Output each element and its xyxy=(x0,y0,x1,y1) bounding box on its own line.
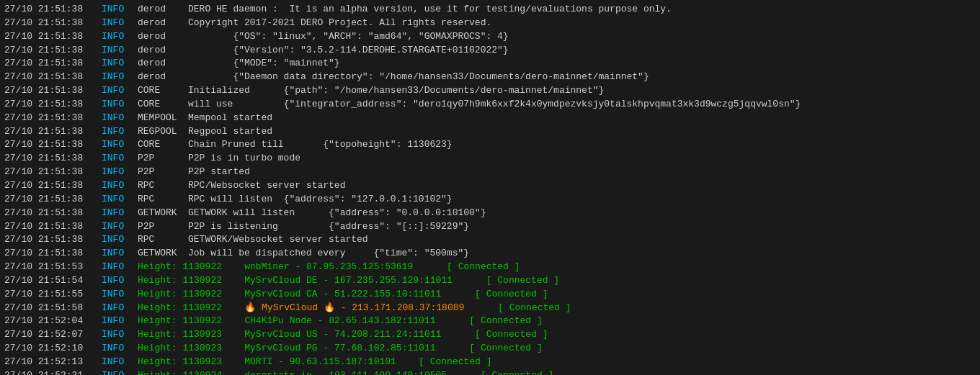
log-level: INFO xyxy=(102,138,138,152)
log-level: INFO xyxy=(102,220,138,234)
log-level: INFO xyxy=(102,261,138,274)
log-level: INFO xyxy=(102,288,138,302)
log-level: INFO xyxy=(102,356,138,369)
log-line: 27/10 21:51:38 INFO GETWORK Job will be … xyxy=(4,247,976,261)
log-timestamp: 27/10 21:51:38 xyxy=(4,84,102,98)
log-node-name: derostats.io - 193.111.199.140:10505 xyxy=(244,370,447,375)
log-timestamp: 27/10 21:51:55 xyxy=(4,288,102,302)
log-timestamp: 27/10 21:51:38 xyxy=(4,98,102,112)
log-level: INFO xyxy=(102,152,138,166)
log-timestamp: 27/10 21:51:38 xyxy=(4,57,102,71)
log-line: 27/10 21:51:38 INFO derod {"Version": "3… xyxy=(4,44,976,58)
log-message-colored: Height: 1130922 CH4K1Pu Node - 82.65.143… xyxy=(138,315,543,328)
log-connected: [ Connected ] xyxy=(464,302,571,313)
log-module: RPC xyxy=(138,233,188,247)
log-level: INFO xyxy=(102,302,138,315)
log-timestamp: 27/10 21:51:38 xyxy=(4,17,102,30)
log-message: Job will be dispatched every {"time": "5… xyxy=(188,247,469,261)
log-level: INFO xyxy=(102,17,138,30)
log-height: Height: 1130923 xyxy=(138,356,244,367)
log-module: P2P xyxy=(138,166,188,179)
log-module: CORE xyxy=(138,98,188,112)
log-module: derod xyxy=(138,57,188,71)
log-message-colored: Height: 1130922 🔥 MySrvCloud 🔥 - 213.171… xyxy=(138,302,571,315)
log-height: Height: 1130924 xyxy=(138,370,244,375)
log-line: 27/10 21:51:38 INFO RPC RPC/Websocket se… xyxy=(4,179,976,193)
log-level: INFO xyxy=(102,274,138,288)
log-level: INFO xyxy=(102,71,138,84)
log-line: 27/10 21:52:10 INFO Height: 1130923 MySr… xyxy=(4,342,976,356)
log-module: RPC xyxy=(138,179,188,193)
log-height: Height: 1130922 xyxy=(138,275,244,286)
log-line: 27/10 21:51:38 INFO derod {"Daemon data … xyxy=(4,71,976,84)
log-message: {"Daemon data directory": "/home/hansen3… xyxy=(188,71,649,84)
log-message: Mempool started xyxy=(188,112,272,125)
log-line: 27/10 21:51:38 INFO CORE Chain Pruned ti… xyxy=(4,138,976,152)
log-line: 27/10 21:51:38 INFO derod Copyright 2017… xyxy=(4,17,976,30)
log-line: 27/10 21:51:38 INFO derod {"OS": "linux"… xyxy=(4,30,976,44)
log-message-colored: Height: 1130923 MySrvCloud US - 74.208.2… xyxy=(138,328,548,342)
log-level: INFO xyxy=(102,193,138,207)
log-node-name: 🔥 MySrvCloud 🔥 - 213.171.208.37:18089 xyxy=(244,302,464,313)
log-timestamp: 27/10 21:51:54 xyxy=(4,274,102,288)
log-module: P2P xyxy=(138,152,188,166)
log-level: INFO xyxy=(102,247,138,261)
log-level: INFO xyxy=(102,179,138,193)
log-module: P2P xyxy=(138,220,188,234)
log-connected: [ Connected ] xyxy=(435,315,542,326)
log-timestamp: 27/10 21:51:53 xyxy=(4,261,102,274)
log-level: INFO xyxy=(102,207,138,220)
log-message: {"OS": "linux", "ARCH": "amd64", "GOMAXP… xyxy=(188,30,509,44)
log-connected: [ Connected ] xyxy=(435,343,542,353)
log-line: 27/10 21:51:38 INFO REGPOOL Regpool star… xyxy=(4,125,976,139)
log-connected: [ Connected ] xyxy=(447,370,553,375)
log-level: INFO xyxy=(102,84,138,98)
log-connected: [ Connected ] xyxy=(413,261,520,272)
log-timestamp: 27/10 21:52:10 xyxy=(4,342,102,356)
log-line: 27/10 21:51:53 INFO Height: 1130922 wnbM… xyxy=(4,261,976,274)
log-message: {"Version": "3.5.2-114.DEROHE.STARGATE+0… xyxy=(188,44,509,58)
log-module: derod xyxy=(138,44,188,58)
log-height: Height: 1130922 xyxy=(138,289,244,299)
log-message: P2P is listening {"address": "[::]:59229… xyxy=(188,220,469,234)
log-timestamp: 27/10 21:52:07 xyxy=(4,328,102,342)
log-module: GETWORK xyxy=(138,247,188,261)
log-message: {"MODE": "mainnet"} xyxy=(188,57,340,71)
log-message: P2P is in turbo mode xyxy=(188,152,300,166)
log-module: derod xyxy=(138,17,188,30)
log-module: derod xyxy=(138,30,188,44)
log-line: 27/10 21:51:38 INFO RPC RPC will listen … xyxy=(4,193,976,207)
log-height: Height: 1130923 xyxy=(138,343,244,353)
log-timestamp: 27/10 21:51:38 xyxy=(4,125,102,139)
log-line: 27/10 21:52:04 INFO Height: 1130922 CH4K… xyxy=(4,315,976,328)
log-level: INFO xyxy=(102,30,138,44)
log-level: INFO xyxy=(102,342,138,356)
log-line: 27/10 21:51:38 INFO CORE Initialized {"p… xyxy=(4,84,976,98)
log-height: Height: 1130922 xyxy=(138,302,244,313)
log-message: GETWORK/Websocket server started xyxy=(188,233,368,247)
log-level: INFO xyxy=(102,57,138,71)
log-module: MEMPOOL xyxy=(138,112,188,125)
log-line: 27/10 21:51:38 INFO derod DERO HE daemon… xyxy=(4,3,976,17)
log-message-colored: Height: 1130922 MySrvCloud CA - 51.222.1… xyxy=(138,288,548,302)
log-connected: [ Connected ] xyxy=(441,289,548,299)
log-node-name: CH4K1Pu Node - 82.65.143.182:11011 xyxy=(244,315,435,326)
log-line: 27/10 21:51:38 INFO MEMPOOL Mempool star… xyxy=(4,112,976,125)
log-level: INFO xyxy=(102,166,138,179)
log-message-colored: Height: 1130922 wnbMiner - 87.95.235.125… xyxy=(138,261,520,274)
log-timestamp: 27/10 21:51:38 xyxy=(4,220,102,234)
log-module: CORE xyxy=(138,84,188,98)
log-message: P2P started xyxy=(188,166,250,179)
log-node-name: MySrvCloud CA - 51.222.155.10:11011 xyxy=(244,289,441,299)
log-message-colored: Height: 1130922 MySrvCloud DE - 167.235.… xyxy=(138,274,559,288)
log-line: 27/10 21:51:38 INFO GETWORK GETWORK will… xyxy=(4,207,976,220)
log-module: RPC xyxy=(138,193,188,207)
log-module: derod xyxy=(138,3,188,17)
log-height: Height: 1130922 xyxy=(138,315,244,326)
log-timestamp: 27/10 21:52:21 xyxy=(4,369,102,375)
terminal: 27/10 21:51:38 INFO derod DERO HE daemon… xyxy=(0,0,980,375)
log-message: Initialized {"path": "/home/hansen33/Doc… xyxy=(188,84,604,98)
log-line: 27/10 21:52:21 INFO Height: 1130924 dero… xyxy=(4,369,976,375)
log-level: INFO xyxy=(102,44,138,58)
log-line: 27/10 21:52:13 INFO Height: 1130923 MORT… xyxy=(4,356,976,369)
